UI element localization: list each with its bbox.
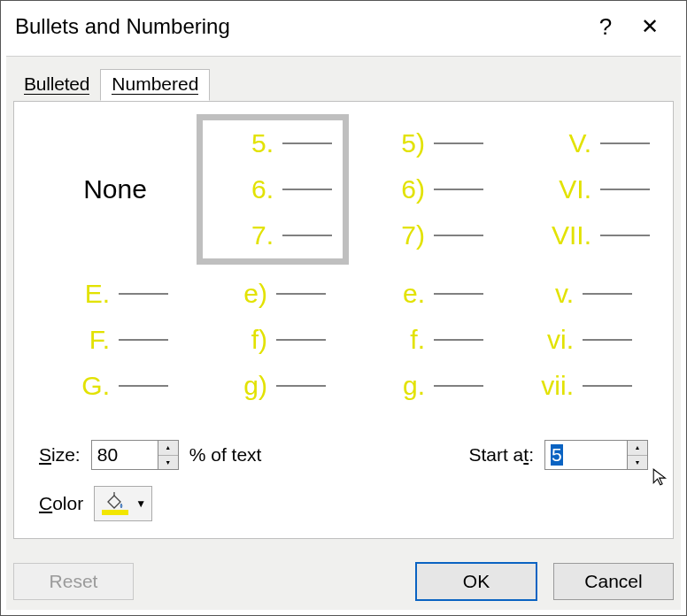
size-label: Size: — [39, 444, 81, 466]
size-spinner[interactable]: ▲ ▼ — [91, 440, 179, 470]
size-down[interactable]: ▼ — [158, 456, 178, 470]
dialog-window: Bullets and Numbering ? ✕ Bulleted Numbe… — [0, 0, 687, 616]
start-at-spinner[interactable]: 5 ▲ ▼ — [544, 440, 648, 470]
style-alpha-lower-period[interactable]: e. f. g. — [354, 265, 506, 415]
tab-strip: Bulleted Numbered — [13, 69, 210, 101]
close-button[interactable]: ✕ — [628, 14, 672, 39]
titlebar: Bullets and Numbering ? ✕ — [1, 1, 686, 52]
client-area: Bulleted Numbered None 5. 6. 7. 5) 6) 7) — [6, 56, 681, 610]
start-at-value[interactable]: 5 — [545, 441, 627, 469]
size-up[interactable]: ▲ — [158, 441, 178, 456]
color-label: Color — [39, 493, 83, 514]
reset-button[interactable]: Reset — [13, 563, 134, 600]
style-roman-upper[interactable]: V. VI. VII. — [512, 114, 664, 265]
size-input[interactable] — [92, 441, 158, 469]
start-at-up[interactable]: ▲ — [628, 441, 647, 456]
help-button[interactable]: ? — [583, 13, 628, 41]
start-at-group: Start at: 5 ▲ ▼ — [468, 440, 648, 470]
chevron-down-icon: ▼ — [135, 497, 146, 510]
tab-bulleted[interactable]: Bulleted — [13, 70, 100, 101]
ok-button[interactable]: OK — [415, 562, 537, 601]
dialog-footer: Reset OK Cancel — [13, 562, 674, 601]
style-alpha-lower-paren[interactable]: e) f) g) — [197, 265, 349, 415]
start-at-down[interactable]: ▼ — [628, 456, 647, 470]
cancel-button[interactable]: Cancel — [553, 563, 674, 600]
options-area: Size: ▲ ▼ % of text Start at: 5 — [39, 440, 648, 537]
style-alpha-upper-period[interactable]: E. F. G. — [39, 265, 191, 415]
tab-numbered[interactable]: Numbered — [100, 69, 210, 101]
size-suffix: % of text — [189, 444, 262, 466]
start-at-label: Start at: — [468, 444, 534, 466]
none-label: None — [83, 174, 147, 204]
color-picker[interactable]: ▼ — [94, 486, 152, 521]
tab-panel: None 5. 6. 7. 5) 6) 7) V. VI. VII. — [13, 101, 674, 539]
style-none[interactable]: None — [39, 114, 191, 265]
mouse-cursor-icon — [652, 467, 671, 487]
style-arabic-period[interactable]: 5. 6. 7. — [197, 114, 349, 265]
numbering-style-grid: None 5. 6. 7. 5) 6) 7) V. VI. VII. — [39, 114, 664, 415]
dialog-title: Bullets and Numbering — [15, 14, 583, 39]
bucket-icon — [100, 491, 130, 516]
style-roman-lower[interactable]: v. vi. vii. — [512, 265, 664, 415]
style-arabic-paren[interactable]: 5) 6) 7) — [354, 114, 506, 265]
